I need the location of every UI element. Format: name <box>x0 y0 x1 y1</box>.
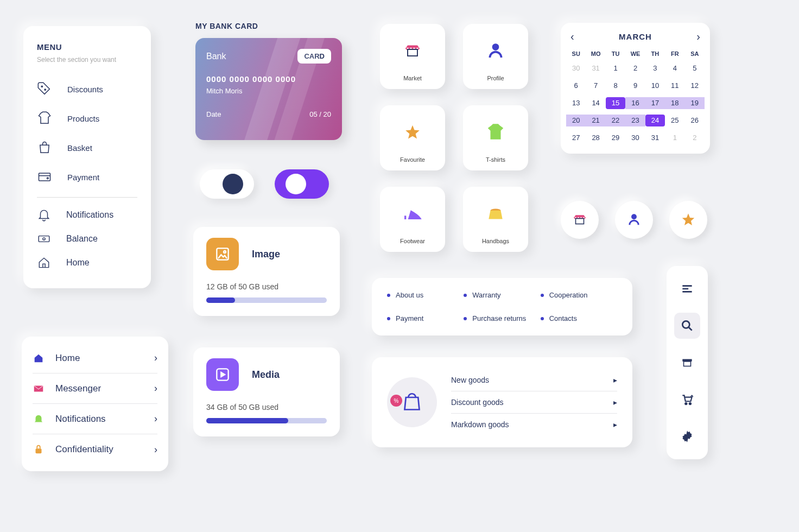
toggle-knob <box>223 174 243 194</box>
calendar-day[interactable]: 2 <box>625 62 645 74</box>
calendar-day[interactable]: 3 <box>645 62 665 74</box>
calendar-dow: FR <box>665 50 684 57</box>
goods-item[interactable]: New goods▸ <box>451 369 617 391</box>
vbar-menu[interactable] <box>674 276 700 302</box>
calendar-day[interactable]: 27 <box>566 132 586 144</box>
toggle-off[interactable] <box>200 169 254 199</box>
calendar-day[interactable]: 31 <box>645 132 665 144</box>
calendar-day[interactable]: 25 <box>665 115 684 126</box>
calendar-day[interactable]: 10 <box>645 80 665 92</box>
star-icon <box>384 118 441 147</box>
goods-item[interactable]: Markdown goods▸ <box>451 414 617 435</box>
calendar-day[interactable]: 13 <box>566 97 586 109</box>
nav-home[interactable]: Home › <box>33 343 157 373</box>
calendar-day[interactable]: 26 <box>685 115 705 126</box>
link-item[interactable]: Payment <box>387 314 464 322</box>
calendar-day[interactable]: 19 <box>685 97 705 109</box>
calendar-day[interactable]: 9 <box>625 80 645 92</box>
link-item[interactable]: Contacts <box>541 314 617 322</box>
calendar-day[interactable]: 2 <box>685 132 705 144</box>
svg-point-5 <box>43 238 45 240</box>
menu-label: Home <box>66 258 90 268</box>
calendar-day[interactable]: 29 <box>606 132 625 144</box>
home-icon <box>33 352 45 364</box>
vertical-toolbar <box>667 266 708 459</box>
calendar-day[interactable]: 23 <box>625 115 645 126</box>
menu-item-products[interactable]: Products <box>37 104 137 133</box>
calendar-day[interactable]: 22 <box>606 115 625 126</box>
link-item[interactable]: Warranty <box>464 291 540 299</box>
link-item[interactable]: Purchase returns <box>464 314 540 322</box>
menu-subtitle: Select the section you want <box>37 56 137 64</box>
svg-point-1 <box>45 89 46 90</box>
calendar-day[interactable]: 20 <box>566 115 586 126</box>
tile-footwear[interactable]: Footwear <box>380 187 445 252</box>
calendar-dow: SA <box>685 50 705 57</box>
tile-tshirts[interactable]: T-shirts <box>463 105 528 170</box>
link-item[interactable]: About us <box>387 291 464 299</box>
menu-label: Discounts <box>67 85 103 94</box>
menu-item-notifications[interactable]: Notifications <box>37 203 137 227</box>
tile-favourite[interactable]: Favourite <box>380 105 445 170</box>
bank-card[interactable]: Bank CARD 0000 0000 0000 0000 Mitch Mori… <box>195 38 342 140</box>
calendar-day[interactable]: 21 <box>586 115 605 126</box>
calendar-day[interactable]: 30 <box>566 62 586 74</box>
calendar-day[interactable]: 8 <box>606 80 625 92</box>
calendar-day[interactable]: 11 <box>665 80 684 92</box>
calendar-day[interactable]: 6 <box>566 80 586 92</box>
vbar-market[interactable] <box>674 350 700 376</box>
nav-messenger[interactable]: Messenger › <box>33 373 157 404</box>
card-number: 0000 0000 0000 0000 <box>206 74 331 84</box>
calendar-day[interactable]: 7 <box>586 80 605 92</box>
calendar-day[interactable]: 4 <box>665 62 684 74</box>
svg-point-0 <box>41 86 42 87</box>
calendar-day[interactable]: 1 <box>665 132 684 144</box>
calendar-day[interactable]: 30 <box>625 132 645 144</box>
link-item[interactable]: Cooperation <box>541 291 617 299</box>
calendar-day[interactable]: 17 <box>645 97 665 109</box>
storage-usage: 12 GB of 50 GB used <box>206 282 327 291</box>
nav-confidentiality[interactable]: Confidentiality › <box>33 434 157 465</box>
calendar: ‹ MARCH › SUMOTUWETHFRSA3031123456789101… <box>561 23 710 154</box>
calendar-day[interactable]: 5 <box>685 62 705 74</box>
calendar-day[interactable]: 1 <box>606 62 625 74</box>
calendar-day[interactable]: 31 <box>586 62 605 74</box>
calendar-dow: MO <box>586 50 605 57</box>
vbar-settings[interactable] <box>674 423 700 449</box>
vbar-search[interactable] <box>674 313 700 339</box>
bank-card-title: MY BANK CARD <box>195 22 258 30</box>
tile-profile[interactable]: Profile <box>463 24 528 89</box>
menu-item-discounts[interactable]: Discounts <box>37 74 137 104</box>
circle-market[interactable] <box>561 201 599 239</box>
nav-label: Notifications <box>55 414 106 425</box>
circle-star[interactable] <box>669 201 707 239</box>
calendar-dow: TU <box>606 50 625 57</box>
calendar-day[interactable]: 18 <box>665 97 684 109</box>
tile-handbags[interactable]: Handbags <box>463 187 528 252</box>
mail-icon <box>33 383 45 395</box>
tile-market[interactable]: Market <box>380 24 445 89</box>
discount-icon <box>37 81 52 97</box>
menu-item-basket[interactable]: Basket <box>37 133 137 162</box>
menu-item-payment[interactable]: Payment <box>37 162 137 192</box>
calendar-day[interactable]: 28 <box>586 132 605 144</box>
goods-item[interactable]: Discount goods▸ <box>451 391 617 414</box>
calendar-day[interactable]: 14 <box>586 97 605 109</box>
calendar-next[interactable]: › <box>696 30 700 43</box>
circle-profile[interactable] <box>615 201 653 239</box>
calendar-day[interactable]: 24 <box>645 115 665 126</box>
bag-icon <box>37 140 52 155</box>
calendar-prev[interactable]: ‹ <box>570 30 574 43</box>
calendar-day[interactable]: 12 <box>685 80 705 92</box>
divider <box>37 197 137 198</box>
lock-icon <box>33 444 45 455</box>
menu-item-home[interactable]: Home <box>37 251 137 275</box>
calendar-day[interactable]: 15 <box>606 97 625 109</box>
toggle-on[interactable] <box>275 169 329 199</box>
nav-notifications[interactable]: Notifications › <box>33 404 157 434</box>
calendar-day[interactable]: 16 <box>625 97 645 109</box>
bell-icon <box>37 208 51 222</box>
vbar-cart[interactable] <box>674 387 700 413</box>
profile-icon <box>467 37 524 65</box>
menu-item-balance[interactable]: Balance <box>37 227 137 251</box>
